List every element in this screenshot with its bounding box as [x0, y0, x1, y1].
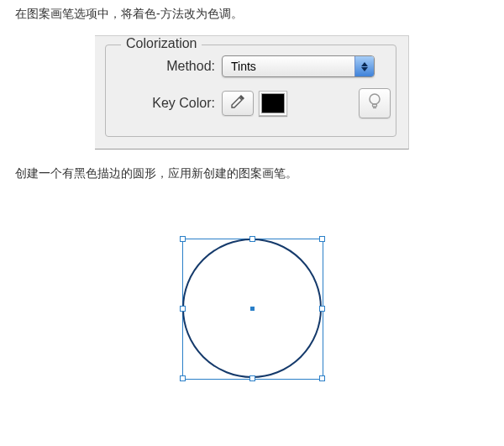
svg-point-2: [370, 94, 380, 104]
colorization-panel: Colorization Method: Tints Key Color:: [95, 35, 409, 150]
handle-ne[interactable]: [319, 236, 325, 242]
swatch-fill: [262, 94, 284, 113]
handle-s[interactable]: [249, 375, 255, 381]
panel-container: Colorization Method: Tints Key Color:: [0, 35, 504, 150]
group-legend: Colorization: [121, 36, 202, 51]
center-point: [250, 307, 255, 311]
handle-w[interactable]: [180, 306, 186, 312]
handle-sw[interactable]: [180, 375, 186, 381]
handle-n[interactable]: [249, 236, 255, 242]
svg-rect-3: [373, 104, 377, 107]
dropdown-arrows-icon: [354, 56, 374, 76]
svg-marker-1: [361, 67, 368, 71]
instruction-2: 创建一个有黑色描边的圆形，应用新创建的图案画笔。: [15, 166, 504, 181]
method-dropdown[interactable]: Tints: [222, 55, 375, 77]
eyedropper-button[interactable]: [222, 91, 254, 116]
method-label: Method:: [106, 59, 222, 74]
handle-se[interactable]: [319, 375, 325, 381]
illustration: [172, 228, 332, 388]
eyedropper-icon: [229, 93, 246, 113]
key-color-row: Key Color:: [106, 91, 396, 116]
handle-nw[interactable]: [180, 236, 186, 242]
key-color-swatch[interactable]: [259, 91, 287, 116]
instruction-1: 在图案画笔选项中，将着色-方法改为色调。: [15, 7, 504, 22]
tips-button[interactable]: [359, 88, 391, 118]
handle-e[interactable]: [319, 306, 325, 312]
svg-marker-0: [361, 62, 368, 66]
key-color-label: Key Color:: [106, 96, 222, 111]
colorization-group: Colorization Method: Tints Key Color:: [105, 45, 396, 137]
lightbulb-icon: [367, 92, 382, 114]
method-row: Method: Tints: [106, 55, 396, 77]
illustration-container: [0, 195, 504, 388]
method-value: Tints: [223, 60, 354, 73]
